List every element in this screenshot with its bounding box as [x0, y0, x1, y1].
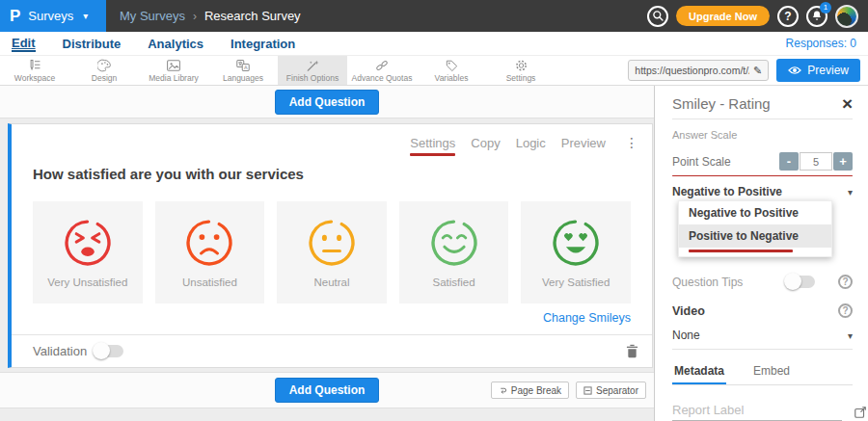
toolbar-item-languages[interactable]: A Languages: [208, 56, 278, 85]
toolbar-item-advance-quotas[interactable]: Advance Quotas: [347, 56, 417, 85]
gear-icon: [514, 59, 529, 72]
tab-metadata[interactable]: Metadata: [672, 358, 726, 384]
smiley-label: Very Satisfied: [542, 276, 610, 288]
notifications-button[interactable]: 1: [806, 6, 827, 27]
close-icon[interactable]: ×: [842, 96, 853, 112]
toolbar-item-finish-options[interactable]: Finish Options: [278, 56, 347, 85]
question-tab-settings[interactable]: Settings: [410, 136, 455, 156]
question-tab-preview[interactable]: Preview: [561, 136, 606, 150]
question-tips-toggle[interactable]: [786, 276, 815, 288]
nav-tab-analytics[interactable]: Analytics: [148, 37, 203, 51]
neutral-smiley-icon: [306, 217, 358, 269]
tab-embed[interactable]: Embed: [751, 358, 792, 384]
report-label-row: [672, 400, 853, 421]
smiley-option-very-satisfied[interactable]: Very Satisfied: [521, 201, 631, 303]
product-menu-label: Surveys: [28, 9, 73, 23]
smiley-scale: Very Unsatisfied Unsatisfied Neutral: [33, 201, 631, 303]
change-smileys-link[interactable]: Change Smileys: [33, 311, 631, 325]
question-title[interactable]: How satisfied are you with our services: [33, 166, 631, 182]
breadcrumb-current: Research Survey: [204, 9, 301, 23]
chevron-down-icon: ▾: [848, 330, 853, 341]
edit-toolbar: Workspace Design Media Library A Languag…: [0, 55, 868, 86]
breadcrumb-my-surveys[interactable]: My Surveys: [120, 9, 185, 23]
question-tips-row: Question Tips ?: [672, 275, 853, 289]
panel-header: Smiley - Rating ×: [672, 95, 853, 112]
question-more-menu-icon[interactable]: ⋮: [625, 136, 638, 149]
breadcrumb: My Surveys › Research Survey: [106, 0, 314, 32]
video-help-icon[interactable]: ?: [838, 303, 853, 318]
validation-toggle[interactable]: [95, 345, 123, 357]
product-menu[interactable]: P Surveys ▾: [0, 0, 106, 32]
avatar[interactable]: [835, 5, 858, 28]
responses-count[interactable]: Responses: 0: [786, 37, 856, 50]
content: Add Question Settings Copy Logic Preview…: [0, 86, 868, 421]
page-break-icon: [499, 386, 507, 395]
toolbar-item-design[interactable]: Design: [69, 56, 139, 85]
question-tips-label: Question Tips: [672, 276, 786, 289]
point-scale-label: Point Scale: [672, 155, 731, 169]
chain-link-icon: [374, 59, 390, 72]
question-card-tabs: Settings Copy Logic Preview ⋮: [12, 124, 652, 156]
question-tab-copy[interactable]: Copy: [471, 136, 500, 150]
image-icon: [166, 59, 181, 72]
decrease-button[interactable]: -: [779, 152, 799, 171]
separator-icon: [583, 386, 592, 395]
toolbar-item-variables[interactable]: Variables: [417, 56, 486, 85]
validation-label: Validation: [33, 344, 87, 358]
unsatisfied-smiley-icon: [183, 217, 235, 269]
smiley-label: Satisfied: [433, 276, 475, 288]
eye-icon: [788, 66, 801, 75]
separator-button[interactable]: Separator: [576, 382, 646, 399]
report-label-input[interactable]: [672, 400, 842, 421]
question-tips-help-icon[interactable]: ?: [838, 275, 853, 289]
search-button[interactable]: [647, 6, 668, 27]
answer-scale-label: Answer Scale: [672, 129, 853, 141]
smiley-label: Neutral: [313, 276, 349, 288]
add-question-button-bottom[interactable]: Add Question: [275, 378, 380, 403]
magic-wand-icon: [306, 59, 320, 72]
help-button[interactable]: ?: [777, 6, 799, 27]
edit-url-icon[interactable]: ✎: [753, 65, 762, 77]
notification-badge: 1: [820, 2, 831, 13]
expand-edit-icon[interactable]: [854, 406, 867, 421]
satisfied-smiley-icon: [428, 217, 480, 269]
add-question-button-top[interactable]: Add Question: [275, 90, 380, 115]
question-tab-logic[interactable]: Logic: [516, 136, 546, 150]
smiley-option-neutral[interactable]: Neutral: [277, 201, 387, 303]
scale-direction-select[interactable]: Negative to Positive ▾: [672, 185, 853, 198]
nav-tab-distribute[interactable]: Distribute: [63, 37, 122, 51]
increase-button[interactable]: +: [833, 152, 853, 171]
tag-icon: [445, 59, 459, 72]
smiley-option-unsatisfied[interactable]: Unsatisfied: [155, 201, 265, 303]
trash-icon: [626, 344, 638, 358]
video-select[interactable]: None ▾: [672, 329, 853, 342]
point-scale-value[interactable]: [800, 152, 832, 171]
video-row: Video ?: [672, 303, 853, 318]
toolbar-item-workspace[interactable]: Workspace: [0, 56, 69, 85]
point-scale-annotation-underline: [672, 175, 853, 176]
smiley-option-very-unsatisfied[interactable]: Very Unsatisfied: [33, 201, 143, 303]
nav-tab-edit[interactable]: Edit: [12, 36, 36, 52]
video-label: Video: [672, 304, 838, 318]
toolbar-item-media-library[interactable]: Media Library: [139, 56, 208, 85]
question-mark-icon: ?: [784, 10, 791, 23]
page-break-button[interactable]: Page Break: [491, 382, 569, 399]
translate-icon: A: [235, 59, 251, 72]
question-card: Settings Copy Logic Preview ⋮ How satisf…: [8, 123, 653, 368]
survey-url-field[interactable]: https://questionpro.com/t/A ✎: [628, 60, 769, 81]
question-settings-panel: Smiley - Rating × Answer Scale Point Sca…: [654, 86, 868, 421]
app-window: P Surveys ▾ My Surveys › Research Survey…: [0, 0, 868, 421]
delete-question-button[interactable]: [626, 344, 638, 358]
workspace-icon: [27, 59, 42, 72]
smiley-option-satisfied[interactable]: Satisfied: [399, 201, 509, 303]
scale-direction-value: Negative to Positive: [672, 185, 782, 198]
toolbar-item-settings[interactable]: Settings: [486, 56, 556, 85]
option-negative-to-positive[interactable]: Negative to Positive: [679, 201, 831, 224]
option-positive-to-negative[interactable]: Positive to Negative: [679, 224, 831, 248]
scale-direction-dropdown: Negative to Positive Positive to Negativ…: [678, 200, 832, 257]
upgrade-now-button[interactable]: Upgrade Now: [676, 6, 770, 26]
preview-button[interactable]: Preview: [776, 59, 860, 82]
smiley-label: Very Unsatisfied: [47, 276, 127, 288]
nav-tab-integration[interactable]: Integration: [231, 37, 295, 51]
validation-row: Validation: [12, 334, 652, 367]
